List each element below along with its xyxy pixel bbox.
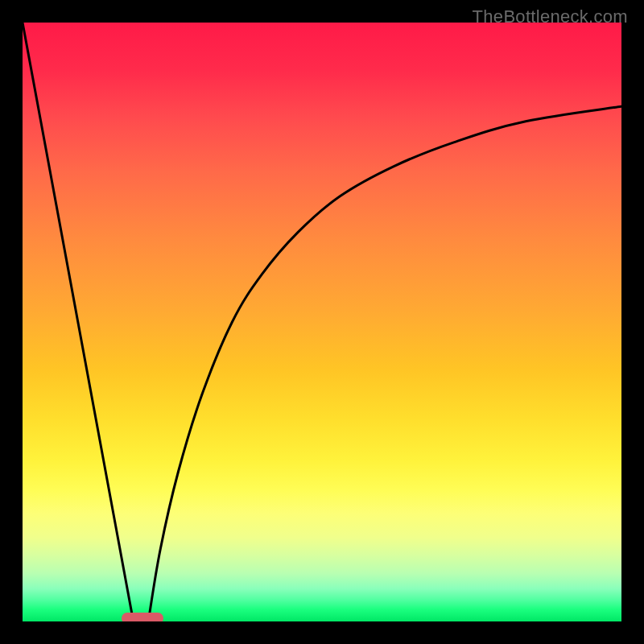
right-curve bbox=[148, 106, 621, 621]
left-line bbox=[23, 23, 134, 621]
curve-layer bbox=[23, 23, 621, 621]
watermark-text: TheBottleneck.com bbox=[473, 6, 628, 27]
plot-area bbox=[23, 23, 621, 621]
bottleneck-marker bbox=[122, 613, 163, 621]
